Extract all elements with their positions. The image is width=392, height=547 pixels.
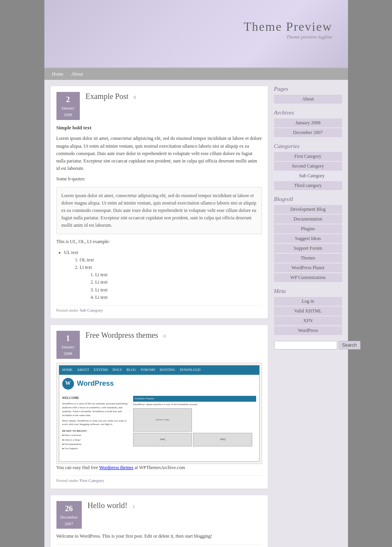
site-header: Theme Preview Theme preview tagline xyxy=(44,0,348,68)
wp-nav-extend: EXTEND xyxy=(94,367,108,372)
post-3-title: Hello world! 1 xyxy=(88,501,262,510)
post-2-posted-under: Posted under xyxy=(56,478,79,483)
nav-about[interactable]: About xyxy=(71,71,83,77)
wp-nav-bar: HOME ABOUT EXTEND DOCS BLOG FORUMS HOSTI… xyxy=(59,365,259,375)
post-1-body: Simple bold text Lorem ipsum dolor sit a… xyxy=(56,124,262,301)
wp-logo-circle: W xyxy=(62,378,74,390)
post-3-day: 26 xyxy=(60,503,78,514)
post-2-category-link[interactable]: First Category xyxy=(79,478,104,483)
sidebar-blogroll-dev-link[interactable]: Development Blog xyxy=(274,205,342,214)
sidebar-categories-section: Categories First Category Second Categor… xyxy=(274,143,342,190)
sidebar-meta-xhtml-link[interactable]: Valid XHTML xyxy=(274,307,342,316)
post-1-bquotes-label: Some b-quotes: xyxy=(56,175,262,183)
search-input[interactable] xyxy=(274,341,337,349)
post-3-date: 26 December2007 xyxy=(56,501,82,529)
post-1-ol-text: OL text xyxy=(80,256,262,264)
post-1-nested-li-1: Li text xyxy=(95,271,262,279)
sidebar-cat-second: Second Category xyxy=(274,162,342,171)
wp-thumb-row: [img] [img] xyxy=(133,433,256,446)
wp-nav-about: ABOUT xyxy=(77,367,89,372)
sidebar-meta-login-link[interactable]: Log in xyxy=(274,297,342,306)
post-1-ul: UL text OL text Li text Li text Li text … xyxy=(64,249,262,301)
wp-more-text: More simply, WordPress is what you use w… xyxy=(62,419,130,427)
sidebar-blogroll-support-link[interactable]: Support Forum xyxy=(274,244,342,253)
sidebar-blogroll-wpcustom-link[interactable]: WP Customization xyxy=(274,273,342,282)
sidebar-meta-xfn-link[interactable]: XFN xyxy=(274,316,342,325)
post-3-body: Welcome to WordPress. This is your first… xyxy=(56,533,262,540)
post-2: 1 January2008 Free Wordpress themes 0 xyxy=(50,325,268,489)
wp-right-main: Available Themes WordPress' admin interf… xyxy=(133,396,256,451)
post-1-title-area: Example Post 0 xyxy=(86,92,262,101)
post-1-title: Example Post 0 xyxy=(86,92,262,101)
sidebar-blogroll-plugins-link[interactable]: Plugins xyxy=(274,224,342,233)
post-1-day: 2 xyxy=(60,94,76,105)
sidebar-blogroll-suggest-link[interactable]: Suggest Ideas xyxy=(274,234,342,243)
sidebar-archive-dec2007-link[interactable]: December 2007 xyxy=(274,128,342,137)
post-1-nested-li-2: Li text xyxy=(95,279,262,286)
post-1-li-1: Li text Li text Li text Li text Li text xyxy=(80,264,262,301)
sidebar-archive-jan2008-link[interactable]: January 2008 xyxy=(274,118,342,127)
wp-link-4: ● Get Support xyxy=(62,446,130,451)
post-1-comment-count: 0 xyxy=(134,94,136,100)
post-2-title-area: Free Wordpress themes 0 xyxy=(86,331,262,340)
post-1-nested-li-4: Li text xyxy=(95,294,262,301)
post-1-ul-text: UL text OL text Li text Li text Li text … xyxy=(64,249,262,301)
post-1-subtitle: Simple bold text xyxy=(56,124,262,132)
sidebar-categories-list: First Category Second Category Sub Categ… xyxy=(274,152,342,190)
search-box: Search xyxy=(274,341,342,349)
wp-welcome: WELCOME xyxy=(62,396,130,401)
wp-theme-img-label: [theme img] xyxy=(156,418,169,422)
wp-thumb-2: [img] xyxy=(193,433,252,446)
sidebar-blogroll-docs-link[interactable]: Documentation xyxy=(274,215,342,224)
post-1-list-intro: This is UL, OL, LI example: xyxy=(56,238,262,245)
post-2-comment-count: 0 xyxy=(163,333,166,339)
post-1: 2 January2008 Example Post 0 Simple bold… xyxy=(50,86,268,319)
wp-right-col: Available Themes WordPress' admin interf… xyxy=(133,396,256,451)
wp-nav-blog: BLOG xyxy=(127,367,136,372)
post-1-date: 2 January2008 xyxy=(56,92,80,120)
sidebar-blogroll-suggest: Suggest Ideas xyxy=(274,234,342,243)
wp-left-col: WELCOME WordPress is a state-of-the-art … xyxy=(62,396,130,451)
sidebar: Pages About Archives January 2008 Decemb… xyxy=(274,86,342,547)
nav-home[interactable]: Home xyxy=(52,71,63,77)
sidebar-meta-xfn: XFN xyxy=(274,316,342,325)
wp-nav-home: HOME xyxy=(62,367,73,372)
site-title-area: Theme Preview Theme preview tagline xyxy=(244,19,332,40)
sidebar-blogroll-themes-link[interactable]: Themes xyxy=(274,254,342,263)
sidebar-blogroll-wpplanet: WordPress Planet xyxy=(274,263,342,272)
wp-screenshot-inner: HOME ABOUT EXTEND DOCS BLOG FORUMS HOSTI… xyxy=(59,365,260,462)
sidebar-blogroll-docs: Documentation xyxy=(274,215,342,224)
wp-logo-text: WordPress xyxy=(77,378,114,389)
wp-link-3: ● Documentation xyxy=(62,442,130,446)
post-1-nested-ol: Li text Li text Li text Li text xyxy=(95,271,262,301)
post-2-title: Free Wordpress themes 0 xyxy=(86,331,262,340)
post-2-screenshot: HOME ABOUT EXTEND DOCS BLOG FORUMS HOSTI… xyxy=(56,363,262,464)
sidebar-archives-section: Archives January 2008 December 2007 xyxy=(274,109,342,137)
sidebar-cat-sub-link[interactable]: Sub Category xyxy=(282,171,342,180)
post-1-posted-under: Posted under xyxy=(56,308,79,312)
post-3-month-year: December2007 xyxy=(60,515,78,526)
sidebar-page-about-link[interactable]: About xyxy=(274,95,342,104)
wp-available-themes: Available Themes xyxy=(133,396,256,402)
post-1-month-year: January2008 xyxy=(61,106,74,117)
sidebar-cat-first-link[interactable]: First Category xyxy=(274,152,342,161)
sidebar-meta-xhtml: Valid XHTML xyxy=(274,307,342,316)
wp-ready: READY TO BEGIN? xyxy=(62,429,130,433)
sidebar-cat-third-link[interactable]: Third category xyxy=(274,181,342,190)
sidebar-blogroll-wpplanet-link[interactable]: WordPress Planet xyxy=(274,263,342,272)
sidebar-meta-section: Meta Log in Valid XHTML XFN WordPress xyxy=(274,288,342,335)
sidebar-search-section: Search xyxy=(274,341,342,349)
sidebar-cat-second-link[interactable]: Second Category xyxy=(274,162,342,171)
wp-logo-area: W WordPress xyxy=(59,375,259,393)
search-button[interactable]: Search xyxy=(339,341,360,349)
post-1-header: 2 January2008 Example Post 0 xyxy=(56,92,262,120)
post-2-link[interactable]: Wordpress themes xyxy=(99,465,134,470)
post-1-nested-li-3: Li text xyxy=(95,286,262,294)
sidebar-cat-third: Third category xyxy=(274,181,342,190)
main-content: 2 January2008 Example Post 0 Simple bold… xyxy=(50,86,268,547)
sidebar-meta-wordpress-link[interactable]: WordPress xyxy=(274,326,342,335)
wp-nav-hosting: HOSTING xyxy=(160,367,176,372)
sidebar-cat-first: First Category xyxy=(274,152,342,161)
post-1-category-link[interactable]: Sub Category xyxy=(79,308,103,312)
post-2-footer: Posted under First Category xyxy=(56,475,262,483)
